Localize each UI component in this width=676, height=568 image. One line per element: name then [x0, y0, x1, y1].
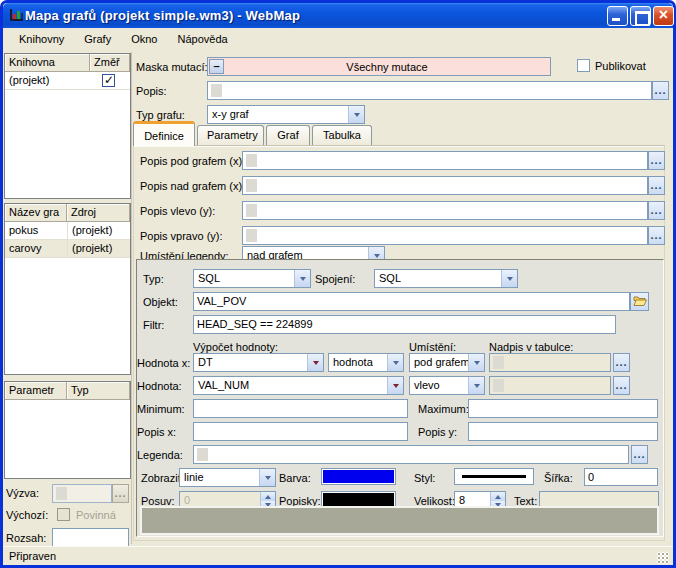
field-picker-arrow-icon[interactable] [387, 377, 403, 394]
menu-grafy[interactable]: Grafy [76, 31, 119, 48]
tab-tabulka[interactable]: Tabulka [312, 125, 372, 146]
chevron-down-icon[interactable] [468, 354, 484, 371]
value-label: Hodnota: [137, 380, 182, 392]
empty-field-marker [246, 154, 257, 167]
caption-above-x-field[interactable] [242, 176, 648, 195]
prompt-field[interactable] [52, 484, 112, 503]
field-picker-arrow-icon[interactable] [307, 354, 323, 371]
object-field[interactable]: VAL_POV [193, 292, 630, 311]
tab-definice[interactable]: Definice [133, 121, 195, 146]
chevron-down-icon[interactable] [348, 106, 364, 123]
value-x-label: Hodnota x: [137, 357, 190, 369]
list-item[interactable]: pokus (projekt) [5, 222, 130, 240]
filter-field[interactable]: HEAD_SEQ == 224899 [193, 315, 616, 334]
description-label: Popis: [136, 85, 167, 97]
color-label: Barva: [279, 472, 311, 484]
caption-x-field[interactable] [193, 422, 408, 441]
description-field[interactable] [207, 81, 652, 100]
line-style-sample [462, 475, 526, 478]
empty-field-marker [246, 204, 257, 217]
prompt-browse-button[interactable]: ... [112, 484, 129, 503]
connection-value: SQL [375, 270, 501, 287]
window-title: Mapa grafů (projekt simple.wm3) - WebMap [25, 8, 300, 23]
display-select[interactable]: linie [179, 468, 276, 487]
value-x-placement-value: pod grafem [410, 354, 468, 371]
maximum-label: Maximum: [418, 403, 469, 415]
graph-type-select[interactable]: x-y graf [207, 105, 365, 124]
menu-okno[interactable]: Okno [123, 31, 165, 48]
minimum-label: Minimum: [137, 403, 185, 415]
mutation-mask-field[interactable]: – Všechny mutace [207, 57, 551, 76]
value-caption-browse-button[interactable]: ... [613, 376, 630, 395]
graph-source: (projekt) [67, 222, 130, 239]
column-header[interactable]: Typ [67, 382, 130, 400]
value-placement-select[interactable]: vlevo [409, 376, 485, 395]
maximize-button[interactable] [630, 6, 651, 26]
chevron-down-icon[interactable] [294, 270, 310, 287]
publish-checkbox[interactable] [577, 59, 590, 72]
value-calc-column-label: Výpočet hodnoty: [193, 341, 278, 353]
graphs-list: Název gra Zdroj pokus (projekt) carovy (… [4, 203, 131, 375]
app-icon [9, 7, 25, 23]
connection-select[interactable]: SQL [374, 269, 518, 288]
value-x-placement-select[interactable]: pod grafem [409, 353, 485, 372]
caption-below-x-browse-button[interactable]: ... [648, 151, 665, 170]
required-checkbox[interactable] [57, 508, 70, 521]
object-open-button[interactable] [630, 292, 649, 311]
library-checked-checkbox[interactable] [102, 74, 115, 87]
chevron-down-icon[interactable] [501, 270, 517, 287]
value-x-field-select[interactable]: DT [193, 353, 324, 372]
type-select[interactable]: SQL [193, 269, 311, 288]
minimum-field[interactable] [193, 399, 408, 418]
minimize-button[interactable] [607, 6, 628, 26]
column-header[interactable]: Parametr [5, 382, 67, 400]
range-field[interactable] [52, 528, 129, 547]
value-x-calc-select[interactable]: hodnota [328, 353, 404, 372]
caption-right-y-field[interactable] [242, 226, 648, 245]
chevron-down-icon[interactable] [468, 377, 484, 394]
title-bar[interactable]: Mapa grafů (projekt simple.wm3) - WebMap [3, 3, 673, 28]
column-header[interactable]: Změř [90, 54, 130, 72]
line-style-field[interactable] [454, 468, 534, 485]
parameters-list: Parametr Typ [4, 381, 131, 479]
type-label: Typ: [143, 273, 164, 285]
empty-field-marker [211, 84, 222, 97]
libraries-list-header: Knihovna Změř [5, 54, 130, 72]
caption-above-x-browse-button[interactable]: ... [648, 176, 665, 195]
value-x-calc-value: hodnota [329, 354, 387, 371]
tab-graf[interactable]: Graf [266, 125, 310, 146]
chevron-down-icon[interactable] [387, 354, 403, 371]
tab-parametry[interactable]: Parametry [197, 125, 264, 146]
caption-below-x-field[interactable] [242, 151, 648, 170]
caption-y-field[interactable] [468, 422, 658, 441]
empty-preview-area [140, 506, 659, 535]
maximum-field[interactable] [468, 399, 658, 418]
caption-left-y-field[interactable] [242, 201, 648, 220]
column-header[interactable]: Název gra [5, 204, 67, 222]
close-button[interactable] [653, 6, 674, 26]
spin-up-icon[interactable] [261, 492, 275, 501]
column-header[interactable]: Knihovna [5, 54, 90, 72]
value-x-caption-browse-button[interactable]: ... [613, 353, 630, 372]
description-browse-button[interactable]: ... [652, 81, 669, 100]
collapse-minus-button[interactable]: – [209, 59, 224, 74]
menu-napoveda[interactable]: Nápověda [169, 31, 235, 48]
legend-field[interactable] [193, 445, 629, 464]
legend-browse-button[interactable]: ... [631, 445, 648, 464]
caption-right-y-browse-button[interactable]: ... [648, 226, 665, 245]
width-field[interactable]: 0 [584, 468, 658, 486]
menu-knihovny[interactable]: Knihovny [11, 31, 72, 48]
connection-label: Spojení: [315, 273, 355, 285]
list-item-selected[interactable]: carovy (projekt) [5, 240, 130, 258]
list-item[interactable]: (projekt) [5, 72, 130, 90]
resize-grip-icon[interactable] [657, 552, 669, 564]
app-window: Mapa grafů (projekt simple.wm3) - WebMap… [0, 0, 676, 568]
value-x-table-caption-field[interactable] [489, 353, 611, 372]
chevron-down-icon[interactable] [259, 469, 275, 486]
line-color-swatch[interactable] [321, 468, 396, 485]
caption-left-y-browse-button[interactable]: ... [648, 201, 665, 220]
value-field-select[interactable]: VAL_NUM [193, 376, 404, 395]
value-table-caption-field[interactable] [489, 376, 611, 395]
column-header[interactable]: Zdroj [67, 204, 130, 222]
spin-up-icon[interactable] [491, 492, 505, 501]
